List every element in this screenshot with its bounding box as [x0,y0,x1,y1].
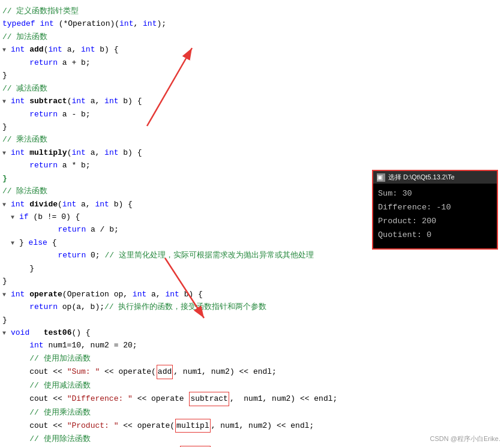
comment: // 定义函数指针类型 [2,5,79,17]
fold-arrow-7[interactable]: ▼ [2,290,11,301]
fold-arrow-6[interactable]: ▼ [11,239,19,249]
line-28: // 使用加法函数 [0,352,504,365]
line-27: int num1=10, num2 = 20; [0,339,504,352]
line-6: } [0,69,504,82]
watermark: CSDN @程序小白Erike. [430,434,500,443]
code-editor: // 定义函数指针类型 typedef int (*Operation)( in… [0,0,504,447]
highlight-multiply: multipl [175,419,211,433]
fold-arrow-3[interactable]: ▼ [2,149,11,159]
fold-arrow-2[interactable]: ▼ [2,97,11,107]
line-5: return a + b; [0,56,504,69]
highlight-add: add [157,365,173,379]
line-1: // 定义函数指针类型 [0,5,504,17]
line-21: } [0,262,504,275]
line-20: return 0; // 这里简化处理，实际可根据需求改为抛出异常或其他处理 [0,249,504,262]
line-11: // 乘法函数 [0,133,504,146]
line-34: // 使用除法函数 [0,433,504,445]
terminal-line-4: Quotient: 0 [378,229,492,242]
terminal-title: 选择 D:\Qt\Qt5.13.2\Te [388,173,455,182]
line-23: ▼ int operate (Operation op, int a, int … [0,288,504,301]
line-8: ▼ int subtract ( int a, int b) { [0,95,504,107]
line-25: } [0,314,504,326]
line-31: cout << "Difference: " << operate subtra… [0,392,504,406]
terminal-body: Sum: 30 Difference: -10 Product: 200 Quo… [373,184,497,248]
line-32: // 使用乘法函数 [0,406,504,419]
terminal-line-3: Product: 200 [378,215,492,229]
fold-arrow-5[interactable]: ▼ [11,213,19,223]
keyword-int: int [40,17,53,30]
fold-arrow[interactable]: ▼ [2,46,11,56]
line-26: ▼ void test06 () { [0,326,504,339]
fold-arrow-8[interactable]: ▼ [2,329,11,339]
line-2: typedef int (*Operation)( int , int ); [0,17,504,30]
keyword-typedef: typedef [2,17,35,30]
highlight-subtract: subtract [189,392,229,406]
fold-arrow-4[interactable]: ▼ [2,200,11,211]
line-29: cout << "Sum: " << operate(add, num1, nu… [0,365,504,379]
line-33: cout << "Product: " << operate(multipl, … [0,419,504,433]
line-24: return op(a, b); // 执行操作的函数，接受函数指针和两个参数 [0,301,504,313]
terminal-window: ▣ 选择 D:\Qt\Qt5.13.2\Te Sum: 30 Differenc… [372,170,498,250]
terminal-titlebar: ▣ 选择 D:\Qt\Qt5.13.2\Te [373,171,497,184]
line-30: // 使用减法函数 [0,379,504,392]
line-9: return a - b; [0,108,504,121]
terminal-icon: ▣ [377,173,385,182]
line-10: } [0,121,504,133]
line-4: ▼ int add ( int a, int b) { [0,43,504,56]
line-12: ▼ int multiply ( int a, int b) { [0,146,504,159]
terminal-line-2: Difference: -10 [378,201,492,215]
line-22: } [0,275,504,287]
line-7: // 减法函数 [0,82,504,95]
terminal-line-1: Sum: 30 [378,187,492,201]
line-3: // 加法函数 [0,31,504,43]
